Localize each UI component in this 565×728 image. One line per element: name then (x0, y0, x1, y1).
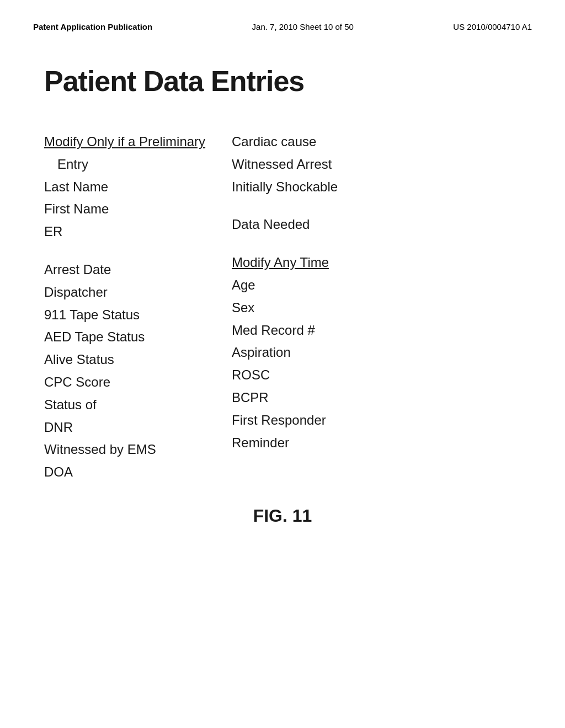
left-item-11: CPC Score (44, 371, 232, 394)
right-item-12: First Responder (232, 409, 408, 432)
left-item-7: Dispatcher (44, 281, 232, 304)
left-item-3: Last Name (44, 176, 232, 199)
right-item-11: BCPR (232, 387, 408, 409)
left-item-9: AED Tape Status (44, 326, 232, 349)
spacer-1 (44, 243, 232, 259)
left-item-6: Arrest Date (44, 259, 232, 281)
right-item-3: Initially Shockable (232, 176, 408, 199)
right-item-4: Data Needed (232, 213, 408, 236)
right-item-5: Modify Any Time (232, 251, 408, 274)
right-item-8: Med Record # (232, 319, 408, 342)
spacer-3 (232, 236, 408, 251)
right-item-2: Witnessed Arrest (232, 153, 408, 176)
left-item-10: Alive Status (44, 349, 232, 371)
page-title: Patient Data Entries (44, 65, 521, 98)
left-item-12: Status of (44, 394, 232, 416)
left-item-15: DOA (44, 461, 232, 484)
left-column: Modify Only if a Preliminary Entry Last … (44, 131, 232, 484)
two-column-layout: Modify Only if a Preliminary Entry Last … (44, 131, 521, 484)
date-sheet-label: Jan. 7, 2010 Sheet 10 of 50 (252, 22, 354, 31)
right-item-6: Age (232, 274, 408, 297)
left-item-14: Witnessed by EMS (44, 438, 232, 461)
patent-number-label: US 2010/0004710 A1 (453, 22, 532, 31)
left-item-13: DNR (44, 416, 232, 439)
left-item-8: 911 Tape Status (44, 304, 232, 326)
page-header: Patent Application Publication Jan. 7, 2… (0, 0, 565, 31)
left-item-5: ER (44, 221, 232, 243)
main-content: Patient Data Entries Modify Only if a Pr… (0, 31, 565, 548)
fig-label: FIG. 11 (44, 506, 521, 526)
right-item-13: Reminder (232, 432, 408, 454)
right-column: Cardiac cause Witnessed Arrest Initially… (232, 131, 408, 454)
right-item-10: ROSC (232, 364, 408, 387)
right-item-1: Cardiac cause (232, 131, 408, 153)
publication-label: Patent Application Publication (33, 22, 152, 31)
spacer-2 (232, 198, 408, 213)
left-item-2: Entry (44, 153, 232, 176)
left-item-4: First Name (44, 198, 232, 221)
left-item-1: Modify Only if a Preliminary (44, 131, 232, 153)
right-item-9: Aspiration (232, 341, 408, 364)
right-item-7: Sex (232, 297, 408, 319)
